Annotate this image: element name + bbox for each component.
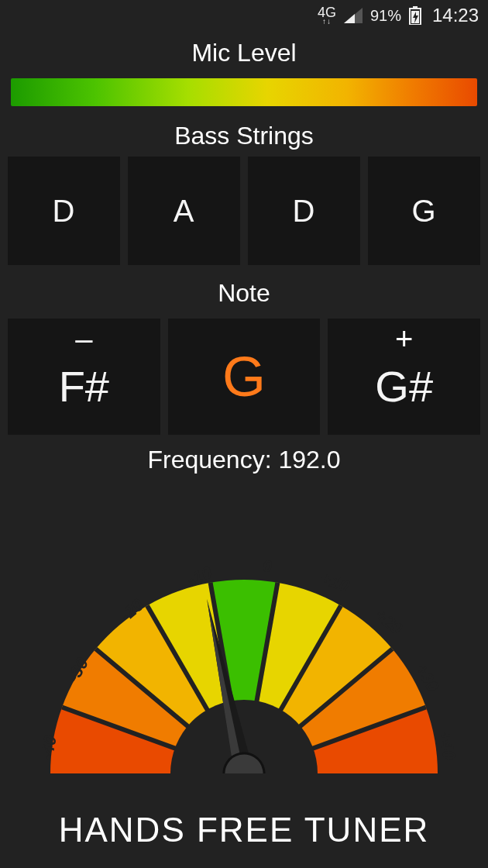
string-button-0[interactable]: D	[8, 157, 120, 265]
status-bar: 4G ↑↓ 91% 14:23	[0, 0, 488, 31]
string-button-2[interactable]: D	[248, 157, 360, 265]
gauge-tick: 0	[263, 556, 273, 576]
note-label: Note	[0, 279, 488, 308]
clock: 14:23	[432, 5, 479, 26]
note-next-button[interactable]: + G#	[328, 319, 480, 435]
svg-marker-1	[344, 14, 355, 23]
gauge-tick: +10	[318, 568, 352, 597]
plus-icon: +	[395, 323, 413, 354]
string-button-3[interactable]: G	[368, 157, 480, 265]
battery-icon	[409, 6, 421, 25]
string-label: D	[293, 194, 316, 229]
frequency-readout: Frequency: 192.0	[0, 446, 488, 474]
mic-level-meter	[11, 78, 477, 106]
note-next-label: G#	[375, 361, 433, 412]
gauge-svg: -40 -30 -20 -10 0 +10 +20 +30 +40	[27, 541, 461, 789]
note-current: G	[168, 319, 321, 435]
note-prev-label: F#	[59, 361, 109, 412]
strings-row: D A D G	[0, 157, 488, 265]
string-label: A	[174, 194, 195, 229]
app-title: HANDS FREE TUNER	[0, 811, 488, 849]
string-label: D	[53, 194, 76, 229]
strings-label: Bass Strings	[0, 122, 488, 150]
signal-icon	[344, 8, 363, 23]
note-row: – F# G + G#	[0, 319, 488, 435]
battery-percent: 91%	[370, 7, 401, 25]
cents-gauge: -40 -30 -20 -10 0 +10 +20 +30 +40	[0, 498, 488, 789]
gauge-tick: +40	[435, 729, 459, 762]
minus-icon: –	[75, 323, 92, 354]
string-button-1[interactable]: A	[128, 157, 240, 265]
mic-level-label: Mic Level	[0, 39, 488, 67]
app-screen: 4G ↑↓ 91% 14:23 Mic Level Bass Strings D…	[0, 0, 488, 868]
note-current-label: G	[222, 345, 266, 408]
string-label: G	[411, 194, 436, 229]
network-indicator: 4G ↑↓	[318, 5, 336, 26]
note-prev-button[interactable]: – F#	[8, 319, 160, 435]
